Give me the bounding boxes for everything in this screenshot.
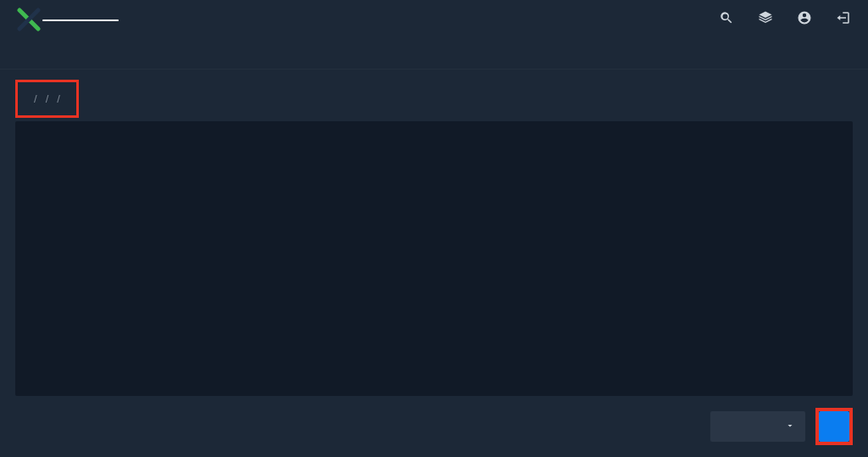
logo[interactable] <box>17 8 119 31</box>
save-button[interactable] <box>819 411 849 442</box>
app-header <box>0 0 868 39</box>
account-icon[interactable] <box>797 10 812 29</box>
breadcrumb: / / / <box>15 80 79 118</box>
logo-mark <box>17 8 41 31</box>
search-icon[interactable] <box>719 10 734 29</box>
code-editor[interactable] <box>15 121 853 396</box>
chevron-down-icon <box>785 421 795 433</box>
save-highlight <box>815 408 853 445</box>
syntax-select[interactable] <box>710 411 805 442</box>
breadcrumb-sep: / <box>34 92 37 105</box>
logout-icon[interactable] <box>836 10 851 29</box>
layers-icon[interactable] <box>758 10 773 29</box>
breadcrumb-sep: / <box>46 92 49 105</box>
breadcrumb-sep: / <box>57 92 60 105</box>
nav-tabs <box>0 39 868 70</box>
